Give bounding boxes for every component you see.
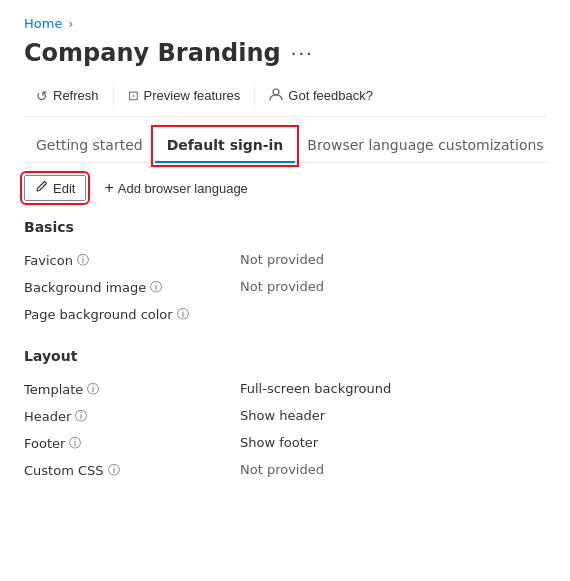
layout-title: Layout: [24, 348, 546, 364]
refresh-label: Refresh: [53, 88, 99, 103]
page-title: Company Branding: [24, 39, 281, 67]
tabs-row: Getting started Default sign-in Browser …: [24, 129, 546, 163]
background-image-label: Background image ⓘ: [24, 279, 224, 296]
tab-default-sign-in[interactable]: Default sign-in: [155, 129, 296, 163]
feedback-label: Got feedback?: [288, 88, 373, 103]
custom-css-row: Custom CSS ⓘ Not provided: [24, 457, 546, 484]
preview-features-button[interactable]: ⊡ Preview features: [116, 84, 253, 107]
feedback-icon: [269, 87, 283, 104]
layout-section: Layout Template ⓘ Full-screen background…: [24, 348, 546, 484]
favicon-info-icon[interactable]: ⓘ: [77, 252, 89, 269]
custom-css-value: Not provided: [240, 462, 324, 477]
page-title-row: Company Branding ···: [24, 39, 546, 67]
header-row: Header ⓘ Show header: [24, 403, 546, 430]
add-browser-label: Add browser language: [118, 181, 248, 196]
basics-section: Basics Favicon ⓘ Not provided Background…: [24, 219, 546, 328]
page-bg-color-info-icon[interactable]: ⓘ: [177, 306, 189, 323]
refresh-icon: ↺: [36, 88, 48, 104]
custom-css-label: Custom CSS ⓘ: [24, 462, 224, 479]
toolbar: ↺ Refresh ⊡ Preview features Got feedbac…: [24, 83, 546, 117]
footer-label: Footer ⓘ: [24, 435, 224, 452]
background-image-info-icon[interactable]: ⓘ: [150, 279, 162, 296]
template-info-icon[interactable]: ⓘ: [87, 381, 99, 398]
add-browser-language-button[interactable]: + Add browser language: [98, 175, 253, 201]
page-background-color-label: Page background color ⓘ: [24, 306, 224, 323]
header-info-icon[interactable]: ⓘ: [75, 408, 87, 425]
favicon-label: Favicon ⓘ: [24, 252, 224, 269]
basics-title: Basics: [24, 219, 546, 235]
refresh-button[interactable]: ↺ Refresh: [24, 84, 111, 108]
preview-label: Preview features: [144, 88, 241, 103]
page-background-color-row: Page background color ⓘ: [24, 301, 546, 328]
custom-css-info-icon[interactable]: ⓘ: [108, 462, 120, 479]
header-label: Header ⓘ: [24, 408, 224, 425]
tab-browser-language[interactable]: Browser language customizations: [295, 129, 555, 163]
toolbar-divider-2: [254, 86, 255, 106]
header-value: Show header: [240, 408, 325, 423]
breadcrumb: Home ›: [24, 16, 546, 31]
more-options-icon[interactable]: ···: [291, 43, 314, 64]
template-value: Full-screen background: [240, 381, 391, 396]
template-label: Template ⓘ: [24, 381, 224, 398]
feedback-button[interactable]: Got feedback?: [257, 83, 385, 108]
footer-row: Footer ⓘ Show footer: [24, 430, 546, 457]
template-row: Template ⓘ Full-screen background: [24, 376, 546, 403]
footer-info-icon[interactable]: ⓘ: [69, 435, 81, 452]
background-image-value: Not provided: [240, 279, 324, 294]
tab-getting-started[interactable]: Getting started: [24, 129, 155, 163]
edit-icon: [35, 180, 48, 196]
edit-label: Edit: [53, 181, 75, 196]
favicon-value: Not provided: [240, 252, 324, 267]
add-icon: +: [104, 179, 113, 197]
action-bar: Edit + Add browser language: [24, 175, 546, 201]
toolbar-divider-1: [113, 86, 114, 106]
preview-icon: ⊡: [128, 88, 139, 103]
svg-point-0: [273, 89, 279, 95]
footer-value: Show footer: [240, 435, 318, 450]
edit-button[interactable]: Edit: [24, 175, 86, 201]
breadcrumb-home[interactable]: Home: [24, 16, 62, 31]
background-image-row: Background image ⓘ Not provided: [24, 274, 546, 301]
favicon-row: Favicon ⓘ Not provided: [24, 247, 546, 274]
breadcrumb-separator: ›: [68, 17, 73, 31]
